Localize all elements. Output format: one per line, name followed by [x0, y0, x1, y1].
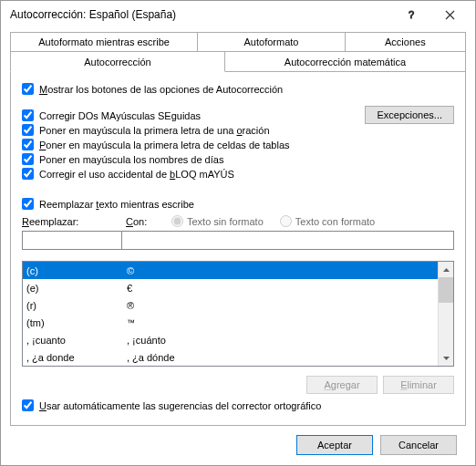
tab-autoformat[interactable]: Autoformato: [197, 32, 345, 52]
replace-typing-label: Reemplazar texto mientras escribe: [39, 199, 194, 210]
replace-label: Reemplazar:: [22, 216, 126, 227]
caps-lock-label: Corregir el uso accidental de bLOQ mAYÚS: [39, 169, 234, 180]
two-caps-checkbox[interactable]: [22, 109, 34, 121]
help-button[interactable]: ?: [395, 2, 431, 27]
day-names-checkbox[interactable]: [22, 153, 34, 165]
ok-button[interactable]: Aceptar: [296, 435, 373, 455]
with-input[interactable]: [121, 231, 454, 250]
scroll-down-icon[interactable]: [439, 350, 453, 366]
caps-lock-checkbox[interactable]: [22, 168, 34, 180]
svg-text:?: ?: [409, 9, 414, 20]
show-buttons-checkbox[interactable]: [22, 83, 34, 95]
list-item[interactable]: (r)®: [23, 296, 438, 314]
with-label: Con:: [126, 216, 166, 227]
day-names-label: Poner en mayúscula los nombres de días: [39, 154, 223, 165]
cancel-button[interactable]: Cancelar: [380, 435, 457, 455]
sentence-cap-label: Poner en mayúscula la primera letra de u…: [39, 125, 270, 136]
close-button[interactable]: [431, 2, 468, 27]
plain-text-radio: [171, 215, 183, 227]
add-button[interactable]: AAgregargregar: [306, 376, 378, 394]
two-caps-label: Corregir DOs MAyúsculas SEguidas: [39, 110, 201, 121]
show-buttons-label: Mostrar los botones de las opciones de A…: [39, 84, 283, 95]
list-item[interactable]: , ¿a donde, ¿a dónde: [23, 348, 438, 366]
sentence-cap-checkbox[interactable]: [22, 124, 34, 136]
plain-text-label: Texto sin formato: [187, 216, 264, 227]
list-item[interactable]: (tm)™: [23, 314, 438, 331]
svg-marker-3: [443, 268, 450, 272]
auto-suggest-label: Usar automáticamente las sugerencias del…: [39, 400, 321, 411]
list-scrollbar[interactable]: [438, 262, 453, 366]
window-title: Autocorrección: Español (España): [10, 8, 395, 21]
scroll-up-icon[interactable]: [439, 262, 453, 277]
replace-input[interactable]: [22, 231, 122, 250]
list-item[interactable]: (c)©: [23, 262, 438, 279]
exceptions-button[interactable]: Excepciones...: [365, 106, 454, 124]
formatted-text-label: Texto con formato: [295, 216, 375, 227]
tab-actions[interactable]: Acciones: [345, 32, 466, 52]
delete-button[interactable]: Eliminar: [383, 376, 454, 394]
scroll-thumb[interactable]: [439, 277, 453, 303]
replace-typing-checkbox[interactable]: [22, 198, 34, 210]
svg-marker-4: [443, 357, 450, 360]
tab-math-autocorrect[interactable]: Autocorrección matemática: [224, 52, 466, 72]
auto-suggest-checkbox[interactable]: [22, 399, 34, 411]
list-item[interactable]: , ¡cuanto, ¡cuánto: [23, 331, 438, 348]
cell-cap-label: Poner en mayúscula la primera letra de c…: [39, 140, 290, 150]
tab-autocorrect[interactable]: Autocorrección: [10, 52, 225, 72]
list-item[interactable]: (e)€: [23, 279, 438, 296]
replacements-list[interactable]: (c)© (e)€ (r)® (tm)™ , ¡cuanto, ¡cuánto …: [22, 261, 454, 367]
tab-autoformat-typing[interactable]: Autoformato mientras escribe: [10, 32, 198, 52]
cell-cap-checkbox[interactable]: [22, 139, 34, 150]
formatted-text-radio: [280, 215, 292, 227]
